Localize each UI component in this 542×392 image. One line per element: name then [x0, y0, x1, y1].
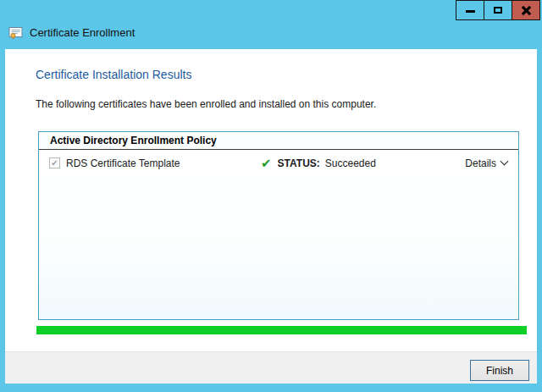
- wizard-content: Certificate Installation Results The fol…: [5, 49, 537, 351]
- details-toggle[interactable]: Details: [465, 157, 507, 169]
- certificate-row-left: ✔ RDS Certificate Template: [49, 157, 261, 169]
- certificate-checkbox[interactable]: ✔: [49, 157, 60, 168]
- window-controls: [456, 0, 540, 20]
- certificate-template-label: RDS Certificate Template: [66, 157, 180, 169]
- certificate-status: ✔ STATUS: Succeeded: [261, 157, 465, 169]
- status-label: STATUS:: [278, 157, 320, 169]
- minimize-button[interactable]: [456, 0, 484, 20]
- certificate-icon: [8, 25, 23, 40]
- maximize-icon: [494, 7, 502, 14]
- maximize-button[interactable]: [484, 0, 512, 20]
- window-title: Certificate Enrollment: [30, 26, 135, 39]
- certificate-enrollment-window: Certificate Enrollment Certificate Insta…: [0, 0, 542, 392]
- footer-bar: Finish: [5, 351, 537, 384]
- titlebar: Certificate Enrollment: [8, 25, 135, 40]
- minimize-icon: [466, 10, 475, 13]
- details-label: Details: [465, 157, 496, 169]
- checkbox-check-icon: ✔: [51, 159, 58, 168]
- close-icon: [521, 5, 531, 15]
- close-button[interactable]: [512, 0, 540, 20]
- finish-button[interactable]: Finish: [470, 360, 529, 381]
- enrollment-policy-panel: Active Directory Enrollment Policy ✔ RDS…: [38, 131, 519, 320]
- certificate-row: ✔ RDS Certificate Template ✔ STATUS: Suc…: [39, 150, 518, 169]
- page-description: The following certificates have been enr…: [36, 98, 376, 110]
- progress-bar: [36, 326, 527, 334]
- progress-bar-fill: [36, 326, 527, 334]
- success-check-icon: ✔: [261, 157, 272, 169]
- status-value: Succeeded: [325, 157, 376, 169]
- page-title: Certificate Installation Results: [36, 68, 191, 81]
- chevron-down-icon: [501, 157, 509, 166]
- panel-header: Active Directory Enrollment Policy: [39, 132, 518, 150]
